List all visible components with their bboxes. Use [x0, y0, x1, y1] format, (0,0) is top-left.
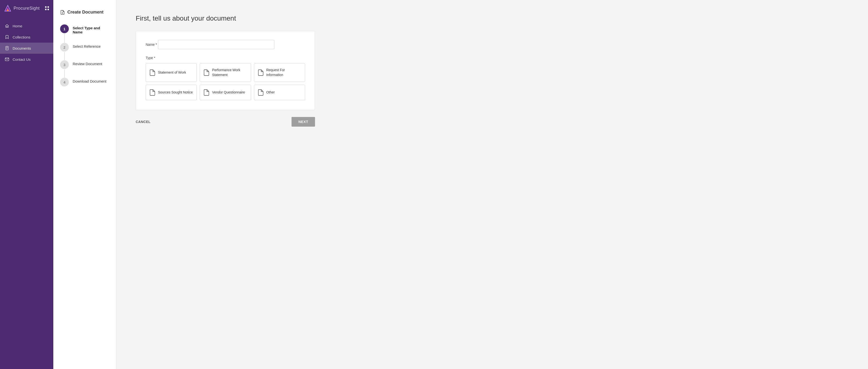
step-4-number: 4 [60, 78, 69, 87]
sidebar-item-collections[interactable]: Collections [0, 31, 53, 43]
collections-label: Collections [12, 35, 30, 39]
step-1-label: Select Type and Name [73, 25, 109, 34]
type-card-other[interactable]: Other [254, 85, 305, 100]
create-doc-header: Create Document [60, 10, 109, 15]
pws-doc-icon [204, 69, 209, 76]
form-title: First, tell us about your document [136, 14, 848, 22]
home-icon [5, 24, 9, 28]
name-field-label: Name * [146, 43, 158, 46]
type-card-sow[interactable]: Statement of Work [146, 63, 197, 82]
step-1-number: 1 [60, 25, 69, 33]
stepper-panel: Create Document 1 Select Type and Name 2… [53, 0, 116, 369]
vq-doc-icon [204, 89, 209, 96]
svg-rect-6 [48, 9, 49, 10]
sidebar-item-contact[interactable]: Contact Us [0, 54, 53, 65]
step-4: 4 Download Document [60, 78, 109, 87]
grid-icon[interactable] [44, 6, 50, 11]
sidebar-logo: ProcureSight [0, 0, 53, 16]
svg-rect-5 [45, 9, 46, 10]
type-card-pws[interactable]: Performance Work Statement [200, 63, 251, 82]
pws-label: Performance Work Statement [212, 68, 247, 77]
main-content: Create Document 1 Select Type and Name 2… [53, 0, 868, 369]
envelope-icon [5, 57, 9, 62]
bookmark-icon [5, 35, 9, 39]
rfi-doc-icon [258, 69, 264, 76]
sidebar-item-home[interactable]: Home [0, 20, 53, 31]
form-area: First, tell us about your document Name … [116, 0, 868, 369]
step-2: 2 Select Reference [60, 43, 109, 60]
type-field-label: Type * [146, 56, 305, 60]
form-actions: CANCEL NEXT [136, 117, 315, 127]
rfi-label: Request For Information [266, 68, 301, 77]
create-doc-title: Create Document [67, 10, 103, 15]
other-doc-icon [258, 89, 264, 96]
home-label: Home [12, 24, 22, 28]
other-label: Other [266, 90, 275, 95]
procuresight-logo-icon [4, 4, 12, 12]
sidebar: ProcureSight Home Collections [0, 0, 53, 369]
type-card-rfi[interactable]: Request For Information [254, 63, 305, 82]
stepper: 1 Select Type and Name 2 Select Referenc… [60, 25, 109, 87]
svg-rect-4 [48, 6, 49, 8]
sow-label: Statement of Work [158, 70, 186, 75]
sow-doc-icon [150, 69, 155, 76]
type-card-ssn[interactable]: Sources Sought Notice [146, 85, 197, 100]
ssn-label: Sources Sought Notice [158, 90, 193, 95]
contact-label: Contact Us [12, 57, 31, 62]
next-button[interactable]: NEXT [291, 117, 315, 127]
create-doc-icon [60, 10, 65, 15]
name-input[interactable] [158, 40, 274, 49]
step-1: 1 Select Type and Name [60, 25, 109, 43]
step-3: 3 Review Document [60, 60, 109, 78]
documents-label: Documents [12, 46, 31, 51]
sidebar-nav: Home Collections Documents Conta [0, 20, 53, 369]
step-4-label: Download Document [73, 78, 106, 83]
type-grid: Statement of Work Performance Work State… [146, 63, 305, 100]
step-2-label: Select Reference [73, 43, 100, 48]
document-icon [5, 46, 9, 51]
ssn-doc-icon [150, 89, 155, 96]
cancel-button[interactable]: CANCEL [136, 118, 151, 126]
svg-rect-3 [45, 6, 46, 8]
logo-text: ProcureSight [13, 6, 40, 11]
type-card-vq[interactable]: Vendor Questionnaire [200, 85, 251, 100]
step-3-label: Review Document [73, 60, 102, 66]
sidebar-item-documents[interactable]: Documents [0, 43, 53, 54]
form-card: Name * Type * Statement of Work [136, 31, 315, 110]
step-2-number: 2 [60, 43, 69, 52]
step-3-number: 3 [60, 60, 69, 69]
vq-label: Vendor Questionnaire [212, 90, 245, 95]
